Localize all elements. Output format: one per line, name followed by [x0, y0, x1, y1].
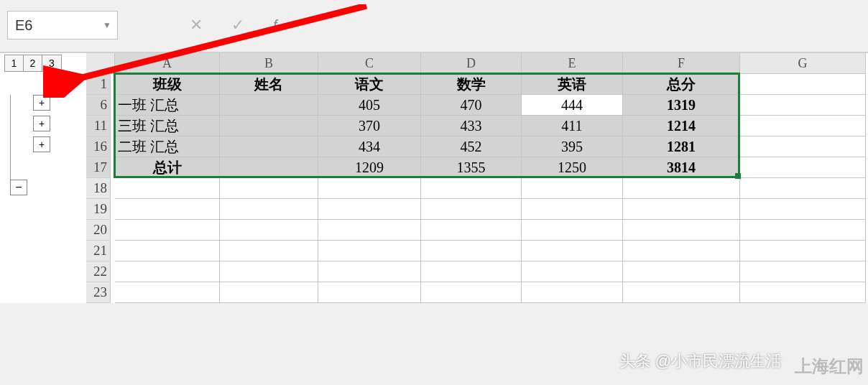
col-header-D[interactable]: D	[421, 53, 522, 74]
cell[interactable]: 数学	[421, 74, 522, 95]
cell[interactable]: 434	[318, 136, 421, 157]
cell[interactable]	[115, 199, 220, 220]
cell[interactable]	[318, 178, 421, 199]
row-header-16[interactable]: 16	[86, 136, 111, 157]
accept-icon[interactable]: ✓	[231, 16, 244, 34]
cell[interactable]: 405	[318, 95, 421, 116]
row-header-17[interactable]: 17	[86, 157, 111, 178]
outline-level-2[interactable]: 2	[24, 55, 42, 71]
cell[interactable]	[740, 116, 866, 136]
cell[interactable]	[421, 261, 522, 282]
cell[interactable]	[522, 199, 623, 220]
cell[interactable]: 452	[421, 136, 522, 157]
cell[interactable]: 姓名	[220, 74, 318, 95]
cell[interactable]	[318, 282, 421, 303]
cell[interactable]	[421, 241, 522, 261]
col-header-B[interactable]: B	[220, 53, 318, 74]
outline-expand-3[interactable]: +	[33, 136, 50, 152]
cell[interactable]: 1281	[623, 136, 740, 157]
cell[interactable]	[740, 95, 866, 116]
cell[interactable]	[421, 178, 522, 199]
cell[interactable]	[318, 241, 421, 261]
outline-expand-2[interactable]: +	[33, 116, 50, 131]
cell[interactable]	[220, 199, 318, 220]
row-header-22[interactable]: 22	[86, 261, 111, 282]
cell[interactable]	[740, 261, 866, 282]
cell[interactable]: 二班 汇总	[115, 136, 220, 157]
cell[interactable]	[740, 220, 866, 241]
cell[interactable]: 1355	[421, 157, 522, 178]
cell[interactable]: 411	[522, 116, 623, 136]
cell[interactable]	[220, 241, 318, 261]
cell[interactable]: 班级	[115, 74, 220, 95]
cell[interactable]	[740, 157, 866, 178]
cell[interactable]	[740, 178, 866, 199]
outline-collapse[interactable]: −	[10, 180, 27, 195]
cell[interactable]: 1250	[522, 157, 623, 178]
cell[interactable]	[115, 261, 220, 282]
cell[interactable]	[318, 261, 421, 282]
spreadsheet-grid[interactable]: A B C D E F G 班级 姓名 语文 数学 英语 总分	[115, 53, 868, 303]
name-box[interactable]: E6 ▼	[7, 11, 118, 40]
cell[interactable]: 一班 汇总	[115, 95, 220, 116]
cell[interactable]	[623, 282, 740, 303]
cell[interactable]	[623, 220, 740, 241]
cell[interactable]	[115, 178, 220, 199]
dropdown-icon[interactable]: ▼	[103, 20, 111, 30]
fx-icon[interactable]: fx	[273, 17, 282, 34]
cell[interactable]	[623, 261, 740, 282]
cell[interactable]	[740, 241, 866, 261]
cell[interactable]: 395	[522, 136, 623, 157]
col-header-F[interactable]: F	[623, 53, 740, 74]
col-header-G[interactable]: G	[740, 53, 866, 74]
cell[interactable]: 总分	[623, 74, 740, 95]
cell[interactable]	[421, 199, 522, 220]
col-header-C[interactable]: C	[318, 53, 421, 74]
cell[interactable]	[740, 199, 866, 220]
cell[interactable]: 1319	[623, 95, 740, 116]
row-header-21[interactable]: 21	[86, 241, 111, 261]
cell[interactable]	[220, 95, 318, 116]
cell[interactable]	[220, 178, 318, 199]
cell[interactable]	[220, 282, 318, 303]
cell[interactable]	[318, 220, 421, 241]
cell[interactable]	[623, 178, 740, 199]
active-cell[interactable]: 444	[522, 95, 623, 116]
cell[interactable]	[522, 178, 623, 199]
cell[interactable]	[522, 261, 623, 282]
cell[interactable]: 470	[421, 95, 522, 116]
row-header-6[interactable]: 6	[86, 95, 111, 116]
cell[interactable]	[421, 282, 522, 303]
col-header-A[interactable]: A	[115, 53, 220, 74]
row-header-20[interactable]: 20	[86, 220, 111, 241]
cell[interactable]	[623, 199, 740, 220]
cell[interactable]	[740, 282, 866, 303]
cell[interactable]: 370	[318, 116, 421, 136]
corner-cell[interactable]	[86, 53, 115, 74]
row-header-23[interactable]: 23	[86, 282, 111, 303]
cell[interactable]: 1209	[318, 157, 421, 178]
cell[interactable]	[220, 116, 318, 136]
col-header-E[interactable]: E	[522, 53, 623, 74]
cell[interactable]	[115, 220, 220, 241]
cell[interactable]	[220, 261, 318, 282]
cell[interactable]	[623, 241, 740, 261]
cell[interactable]	[740, 136, 866, 157]
cell[interactable]	[522, 241, 623, 261]
cell[interactable]: 433	[421, 116, 522, 136]
cell[interactable]	[522, 282, 623, 303]
cell[interactable]	[220, 220, 318, 241]
row-header-1[interactable]: 1	[86, 74, 111, 95]
cell[interactable]	[220, 157, 318, 178]
cell[interactable]: 3814	[623, 157, 740, 178]
cancel-icon[interactable]: ✕	[190, 16, 203, 34]
outline-level-1[interactable]: 1	[5, 55, 24, 71]
cell[interactable]	[421, 220, 522, 241]
cell[interactable]: 1214	[623, 116, 740, 136]
cell[interactable]	[115, 282, 220, 303]
outline-expand-1[interactable]: +	[33, 95, 50, 111]
cell[interactable]: 英语	[522, 74, 623, 95]
cell[interactable]	[318, 199, 421, 220]
row-header-11[interactable]: 11	[86, 116, 111, 136]
outline-level-3[interactable]: 3	[42, 55, 61, 71]
